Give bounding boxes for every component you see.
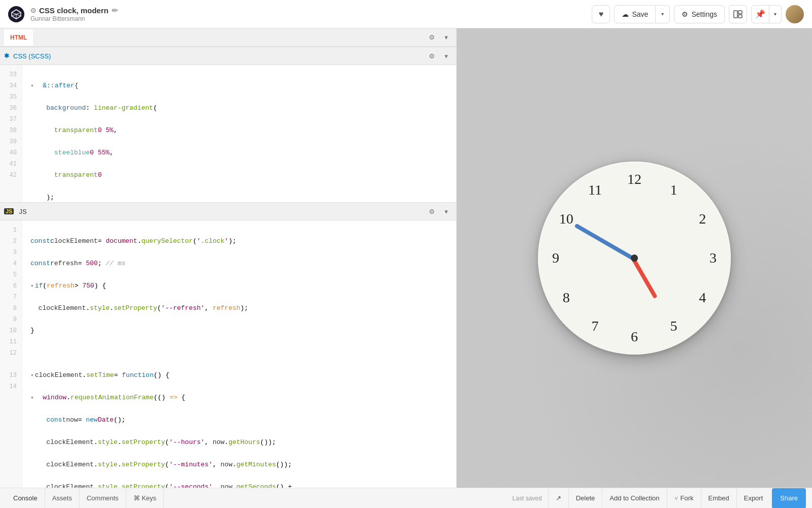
js-line-numbers: 123456789101112 1314 <box>0 220 22 488</box>
html-collapse-button[interactable]: ▾ <box>440 31 452 44</box>
css-icon: ✱ <box>4 52 9 59</box>
pen-title-text: CSS clock, modern <box>39 6 109 15</box>
pen-status-icon: ⊙ <box>30 7 36 14</box>
save-dropdown-button[interactable]: ▾ <box>656 5 670 23</box>
js-collapse-button[interactable]: ▾ <box>440 205 452 217</box>
js-tab-bar: JS JS ⚙ ▾ <box>0 202 456 220</box>
save-label: Save <box>632 10 648 18</box>
clock-number-2: 2 <box>692 209 713 229</box>
heart-button[interactable]: ♥ <box>592 5 610 23</box>
external-link-icon: ↗ <box>556 494 561 502</box>
clock-number-9: 9 <box>546 248 566 268</box>
tab-console[interactable]: Console <box>6 488 45 509</box>
js-code-content: const clockElement = document.querySelec… <box>22 220 456 488</box>
clock-number-5: 5 <box>664 316 684 336</box>
tab-keys[interactable]: ⌘ Keys <box>126 488 164 509</box>
external-link-button[interactable]: ↗ <box>548 488 568 509</box>
share-button[interactable]: Share <box>772 488 806 509</box>
clock-number-4: 4 <box>692 288 713 308</box>
svg-line-2 <box>16 12 21 14</box>
js-settings-button[interactable]: ⚙ <box>426 205 438 217</box>
user-avatar[interactable] <box>786 5 804 23</box>
tab-html[interactable]: HTML <box>4 29 33 46</box>
css-tab-label[interactable]: CSS (SCSS) <box>13 52 51 60</box>
js-editor[interactable]: 123456789101112 1314 const clockElement … <box>0 220 456 488</box>
settings-button[interactable]: ⚙ Settings <box>674 5 725 23</box>
keys-tab-label: ⌘ Keys <box>133 494 157 502</box>
fold-33[interactable]: ▾ <box>30 80 34 91</box>
css-editor[interactable]: 33343536373839404142 ▾ &::after { backgr… <box>0 65 456 202</box>
html-icon: HTML <box>10 34 27 41</box>
svg-rect-8 <box>738 15 742 18</box>
fork-label: Fork <box>681 494 694 502</box>
js-tab-actions: ⚙ ▾ <box>426 205 452 217</box>
clock-number-7: 7 <box>585 316 605 336</box>
css-settings-button[interactable]: ⚙ <box>426 50 438 62</box>
css-tab-bar: ✱ CSS (SCSS) ⚙ ▾ <box>0 47 456 65</box>
add-to-collection-button[interactable]: Add to Collection <box>602 488 666 509</box>
pin-dropdown-button[interactable]: ▾ <box>769 5 782 23</box>
svg-rect-7 <box>738 11 742 14</box>
delete-button[interactable]: Delete <box>568 488 602 509</box>
js-tab-label[interactable]: JS <box>19 208 26 215</box>
layout-button[interactable] <box>729 5 747 23</box>
save-button-group: ☁ Save ▾ <box>614 5 670 23</box>
bottom-actions: ↗ Delete Add to Collection ⑂ Fork Embed … <box>548 488 806 509</box>
delete-label: Delete <box>576 494 595 502</box>
css-code-content: ▾ &::after { background: linear-gradient… <box>22 65 456 202</box>
fork-button[interactable]: ⑂ Fork <box>667 488 701 509</box>
console-tab-label: Console <box>13 494 38 502</box>
clock-container: 121234567891011 <box>538 162 731 355</box>
save-button[interactable]: ☁ Save <box>614 5 656 23</box>
clock-center-dot <box>631 255 638 262</box>
topbar: ⊙ CSS clock, modern ✏ Gunnar Bittersmann… <box>0 0 812 28</box>
clock-number-10: 10 <box>556 209 577 229</box>
add-collection-label: Add to Collection <box>610 494 659 502</box>
svg-line-1 <box>12 12 16 14</box>
clock-face: 121234567891011 <box>538 162 731 355</box>
css-tab-actions: ⚙ ▾ <box>426 50 452 62</box>
css-line-numbers: 33343536373839404142 <box>0 65 22 202</box>
embed-button[interactable]: Embed <box>701 488 736 509</box>
fold-7[interactable]: ▾ <box>30 370 34 381</box>
pin-button[interactable]: 📌 <box>751 5 769 23</box>
last-saved-status: Last saved <box>513 495 548 502</box>
comments-tab-label: Comments <box>87 494 119 502</box>
clock-number-1: 1 <box>664 180 684 200</box>
pin-button-group: 📌 ▾ <box>751 5 782 23</box>
topbar-actions: ♥ ☁ Save ▾ ⚙ Settings 📌 ▾ <box>592 5 804 23</box>
bottom-bar: Console Assets Comments ⌘ Keys Last save… <box>0 488 812 508</box>
clock-number-12: 12 <box>624 169 645 189</box>
fold-3[interactable]: ▾ <box>30 280 34 292</box>
svg-line-4 <box>12 14 16 16</box>
preview-panel: 121234567891011 <box>457 28 812 488</box>
gear-icon: ⚙ <box>682 10 688 18</box>
edit-title-icon[interactable]: ✏ <box>112 6 118 15</box>
clock-number-3: 3 <box>703 248 723 268</box>
title-area: ⊙ CSS clock, modern ✏ Gunnar Bittersmann <box>30 6 586 22</box>
html-tab-bar: HTML ⚙ ▾ <box>0 28 456 47</box>
css-collapse-button[interactable]: ▾ <box>440 50 452 62</box>
export-button[interactable]: Export <box>736 488 770 509</box>
pen-author: Gunnar Bittersmann <box>30 15 586 22</box>
fold-8[interactable]: ▾ <box>30 392 34 403</box>
fork-icon: ⑂ <box>674 495 678 501</box>
html-settings-button[interactable]: ⚙ <box>426 31 438 44</box>
tab-comments[interactable]: Comments <box>80 488 126 509</box>
main-content: HTML ⚙ ▾ ✱ CSS (SCSS) ⚙ ▾ 33343536373839… <box>0 28 812 488</box>
cloud-icon: ☁ <box>622 10 629 18</box>
assets-tab-label: Assets <box>52 494 72 502</box>
layout-icon <box>733 10 742 18</box>
last-saved-text: Last saved <box>513 495 542 502</box>
pen-title: ⊙ CSS clock, modern ✏ <box>30 6 586 15</box>
clock-number-11: 11 <box>585 180 605 200</box>
settings-label: Settings <box>691 10 717 18</box>
tab-assets[interactable]: Assets <box>45 488 80 509</box>
clock-number-8: 8 <box>556 288 577 308</box>
js-icon: JS <box>4 208 14 214</box>
embed-label: Embed <box>708 494 729 502</box>
clock-number-6: 6 <box>624 327 645 347</box>
codepen-logo <box>8 6 24 22</box>
editor-panel: HTML ⚙ ▾ ✱ CSS (SCSS) ⚙ ▾ 33343536373839… <box>0 28 457 488</box>
share-label: Share <box>780 494 798 502</box>
